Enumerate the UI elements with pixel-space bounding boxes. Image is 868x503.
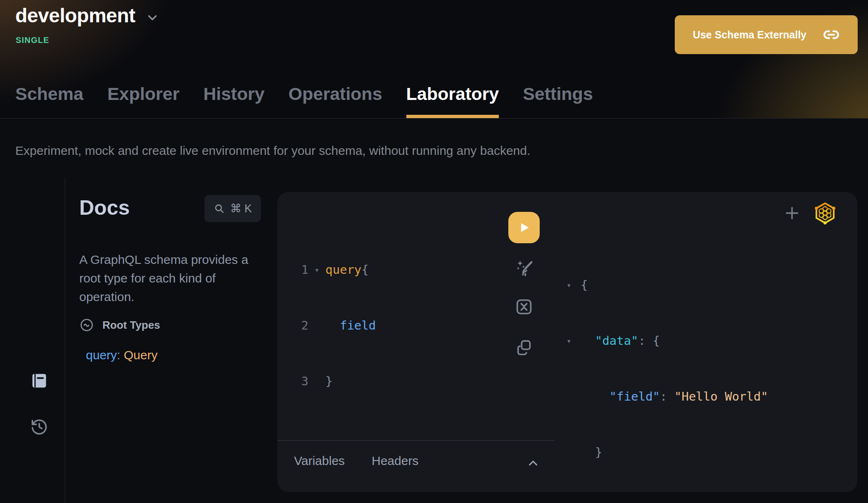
graphql-hive-logo-icon[interactable] (813, 202, 837, 225)
editor-line: 1 ▾ query{ (277, 261, 376, 279)
line-number: 1 (277, 261, 308, 279)
collapse-footer-chevron-icon[interactable] (526, 456, 540, 472)
copy-icon (515, 337, 534, 356)
tab-laboratory[interactable]: Laboratory (406, 84, 499, 118)
root-type-type-name: Query (124, 348, 158, 362)
docs-icon[interactable] (30, 371, 48, 389)
tab-settings[interactable]: Settings (523, 84, 593, 118)
tab-schema[interactable]: Schema (15, 84, 83, 118)
editor-footer-divider (277, 440, 554, 441)
variables-tab[interactable]: Variables (294, 454, 345, 468)
merge-fragments-button[interactable] (515, 297, 534, 316)
tab-history[interactable]: History (203, 84, 264, 118)
play-icon (517, 221, 531, 235)
prettify-query-button[interactable] (515, 259, 534, 278)
fold-arrow-icon[interactable]: ▾ (567, 332, 581, 350)
single-badge: SINGLE (16, 36, 50, 45)
plus-icon (784, 205, 800, 221)
editor-line: 2 field (277, 316, 376, 335)
tab-bar: Schema Explorer History Operations Labor… (15, 84, 593, 118)
docs-title: Docs (79, 195, 130, 221)
merge-icon (515, 297, 534, 316)
page-subtitle: Experiment, mock and create live environ… (15, 144, 530, 158)
page-header: development SINGLE Use Schema Externally… (0, 0, 868, 119)
root-types-label: Root Types (102, 319, 160, 332)
fold-arrow-icon[interactable]: ▾ (567, 276, 581, 294)
search-shortcut-label: ⌘ K (230, 202, 252, 215)
search-icon (213, 203, 225, 214)
graphiql-panel: 1 ▾ query{ 2 field 3 } (277, 192, 857, 492)
laboratory-page: development SINGLE Use Schema Externally… (0, 0, 868, 503)
root-type-query-link[interactable]: query: Query (79, 348, 261, 362)
docs-description: A GraphQL schema provides a root type fo… (79, 250, 257, 306)
fold-arrow-icon[interactable]: ▾ (308, 261, 325, 279)
query-editor[interactable]: 1 ▾ query{ 2 field 3 } (277, 223, 376, 428)
add-tab-button[interactable] (784, 205, 800, 221)
headers-tab[interactable]: Headers (372, 454, 418, 468)
use-schema-externally-label: Use Schema Externally (693, 29, 806, 41)
target-title: development (15, 4, 135, 27)
tab-explorer[interactable]: Explorer (107, 84, 179, 118)
history-icon[interactable] (30, 418, 48, 436)
docs-panel: Docs ⌘ K A GraphQL schema provides a roo… (79, 195, 261, 362)
copy-query-button[interactable] (515, 337, 534, 356)
root-type-field-name: query (86, 348, 117, 362)
response-viewer: ▾{ ▾ "data": { "field": "Hello World" } … (567, 239, 768, 503)
chevron-down-icon[interactable] (145, 11, 159, 25)
line-number: 3 (277, 372, 308, 391)
tab-operations[interactable]: Operations (289, 84, 382, 118)
link-icon (823, 26, 840, 43)
root-types-icon (79, 318, 94, 332)
search-button[interactable]: ⌘ K (204, 195, 261, 222)
use-schema-externally-button[interactable]: Use Schema Externally (675, 15, 858, 54)
execute-query-button[interactable] (508, 212, 540, 243)
root-types-section: Root Types (79, 318, 261, 332)
editor-line: 3 } (277, 372, 376, 391)
doc-explorer-sidebar: ⌘ (0, 178, 65, 503)
line-number: 2 (277, 316, 308, 335)
prettify-icon (515, 259, 534, 278)
